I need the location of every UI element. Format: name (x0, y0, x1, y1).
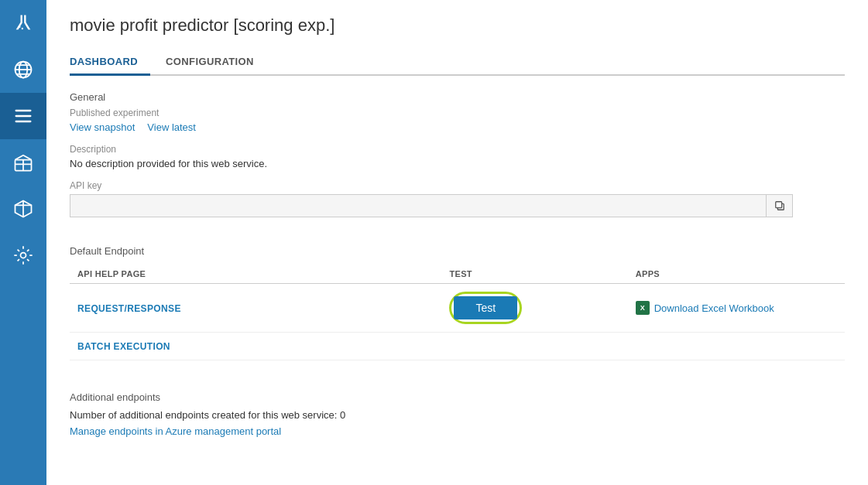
api-key-label: API key (70, 180, 845, 191)
manage-endpoints-link[interactable]: Manage endpoints in Azure management por… (70, 425, 281, 437)
gear-icon (12, 244, 34, 266)
tab-bar: DASHBOARD CONFIGURATION (70, 50, 845, 76)
page-title: movie profit predictor [scoring exp.] (70, 15, 845, 36)
table-row: BATCH EXECUTION (70, 333, 845, 360)
col-header-test: TEST (441, 265, 627, 284)
copy-api-key-button[interactable] (767, 194, 793, 217)
globe-icon (12, 59, 34, 80)
published-experiment-links: View snapshot View latest (70, 121, 845, 133)
additional-endpoints-label: Additional endpoints (70, 391, 845, 403)
svg-rect-8 (15, 115, 32, 117)
test-cell: Test (441, 284, 627, 333)
batch-execution-link[interactable]: BATCH EXECUTION (77, 341, 170, 352)
col-header-api: API HELP PAGE (70, 265, 441, 284)
tab-configuration[interactable]: CONFIGURATION (166, 50, 266, 76)
download-excel-label: Download Excel Workbook (654, 302, 774, 314)
sidebar-item-flask[interactable] (0, 0, 46, 46)
test-button[interactable]: Test (454, 296, 517, 319)
batch-apps-cell (628, 333, 845, 360)
sidebar-item-package[interactable] (0, 139, 46, 186)
col-header-apps: APPS (628, 265, 845, 284)
api-key-row (70, 194, 845, 217)
additional-endpoints-description: Number of additional endpoints created f… (70, 409, 845, 421)
description-label: Description (70, 144, 845, 155)
flask-icon (12, 12, 34, 34)
svg-point-15 (21, 253, 26, 258)
description-value: No description provided for this web ser… (70, 158, 845, 169)
sidebar-item-cube[interactable] (0, 186, 46, 232)
excel-icon: X (636, 301, 650, 315)
tab-dashboard[interactable]: DASHBOARD (70, 50, 150, 76)
download-excel-link[interactable]: X Download Excel Workbook (636, 301, 837, 315)
svg-rect-7 (15, 110, 32, 111)
published-experiment-label: Published experiment (70, 108, 845, 118)
general-label: General (70, 91, 845, 103)
svg-rect-17 (775, 202, 781, 208)
sidebar (0, 0, 46, 485)
additional-endpoints-section: Additional endpoints Number of additiona… (70, 391, 845, 438)
default-endpoint-label: Default Endpoint (70, 245, 845, 257)
request-response-cell: REQUEST/RESPONSE (70, 284, 441, 333)
table-row: REQUEST/RESPONSE Test X Download Excel W… (70, 284, 845, 333)
apps-cell: X Download Excel Workbook (628, 284, 845, 333)
svg-rect-9 (15, 121, 32, 122)
main-content: movie profit predictor [scoring exp.] DA… (46, 0, 868, 485)
package-icon (12, 152, 34, 173)
batch-execution-cell: BATCH EXECUTION (70, 333, 441, 360)
general-section: General Published experiment View snapsh… (70, 91, 845, 233)
test-button-wrapper: Test (449, 292, 522, 324)
cube-icon (12, 198, 34, 220)
sidebar-item-list[interactable] (0, 93, 46, 139)
sidebar-item-globe[interactable] (0, 46, 46, 93)
endpoint-table: API HELP PAGE TEST APPS REQUEST/RESPONSE… (70, 265, 845, 360)
api-key-input[interactable] (70, 194, 767, 217)
view-snapshot-link[interactable]: View snapshot (70, 121, 135, 133)
request-response-link[interactable]: REQUEST/RESPONSE (77, 303, 181, 314)
view-latest-link[interactable]: View latest (147, 121, 196, 133)
default-endpoint-section: Default Endpoint API HELP PAGE TEST APPS… (70, 245, 845, 379)
svg-point-0 (19, 26, 20, 28)
sidebar-item-gear[interactable] (0, 232, 46, 278)
list-icon (12, 105, 34, 127)
copy-icon (774, 200, 785, 211)
svg-point-1 (22, 28, 23, 29)
batch-test-cell (441, 333, 627, 360)
